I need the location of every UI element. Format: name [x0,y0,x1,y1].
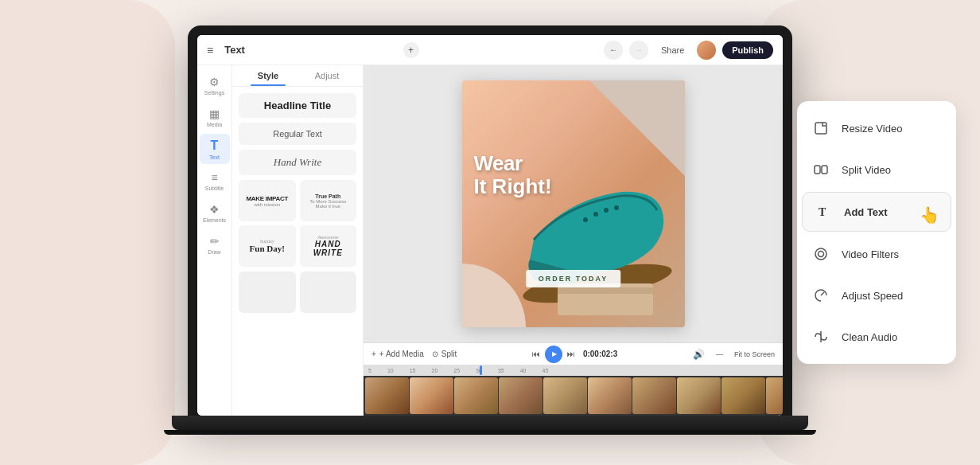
sidebar-item-settings[interactable]: ⚙ Settings [200,70,230,100]
film-frame-7[interactable] [632,377,676,414]
svg-point-3 [604,208,609,213]
skip-forward-icon[interactable]: ⏭ [567,350,575,358]
menu-icon[interactable]: ≡ [207,44,213,57]
film-frame-3[interactable] [454,377,498,414]
media-label: Media [207,122,222,127]
elements-label: Elements [203,217,226,223]
canvas-wear-text: Wear [474,152,552,175]
video-filters-icon [810,243,832,265]
back-button[interactable]: ← [604,41,623,60]
context-add-text[interactable]: T Add Text 👆 [802,192,951,232]
header-title: Text [224,44,396,56]
film-frame-1[interactable] [365,377,409,414]
add-button[interactable]: + [403,42,419,58]
text-card-hand-write[interactable]: Awesome HAND WRITE [300,225,357,267]
text-style-handwrite[interactable]: Hand Write [239,150,356,175]
app-main: ⚙ Settings ▦ Media T Text ≡ Subtitle [197,65,783,416]
svg-text:T: T [819,206,826,218]
svg-rect-9 [822,166,827,174]
film-frame-5[interactable] [543,377,587,414]
adjust-speed-label: Adjust Speed [842,290,903,302]
media-icon: ▦ [209,107,220,120]
playhead [480,365,482,375]
context-menu: Resize Video Split Video T Add Text 👆 Vi… [797,101,956,364]
laptop-screen: ≡ Text + ← → Share Publish ⚙ [188,25,792,416]
svg-rect-6 [558,287,653,294]
text-style-regular[interactable]: Regular Text [239,123,356,145]
resize-video-icon [810,117,832,139]
text-card-fun-day[interactable]: Sunday Fun Day! [239,225,296,267]
app-screen: ≡ Text + ← → Share Publish ⚙ [197,35,783,416]
svg-point-1 [583,217,588,222]
context-video-filters[interactable]: Video Filters [797,233,956,275]
cursor-icon: 👆 [920,205,939,225]
svg-rect-7 [815,123,826,134]
text-style-headline[interactable]: Headline Title [239,93,356,118]
laptop-base-foot [164,430,816,435]
canvas-text-overlay: Wear It Right! [474,152,552,197]
svg-point-12 [819,252,824,257]
share-button[interactable]: Share [655,42,690,58]
split-video-label: Split Video [842,164,891,176]
text-panel: Style Adjust Headline Title Regular Text… [232,65,364,416]
text-card-make-impact[interactable]: MAKE IMPACT with mission [239,180,296,221]
sidebar-item-text[interactable]: T Text [200,134,230,164]
app-header: ≡ Text + ← → Share Publish [197,35,783,65]
timeline-ruler: 5 10 15 20 25 30 35 40 45 [364,365,783,376]
publish-button[interactable]: Publish [722,41,773,59]
split-label: Split [441,350,457,358]
sidebar-item-media[interactable]: ▦ Media [200,102,230,132]
context-resize-video[interactable]: Resize Video [797,107,956,149]
film-frame-2[interactable] [410,377,453,414]
volume-icon[interactable]: 🔊 [693,349,705,360]
film-frame-4[interactable] [499,377,542,414]
text-card-empty-2[interactable] [300,272,357,313]
canvas-cta-text: ORDER TODAY [526,270,621,287]
film-frame-8[interactable] [677,377,721,414]
laptop-wrapper: ≡ Text + ← → Share Publish ⚙ [188,25,792,440]
film-frame-9[interactable] [721,377,765,414]
sidebar-item-elements[interactable]: ❖ Elements [200,197,230,228]
forward-button[interactable]: → [629,41,648,60]
svg-point-11 [815,248,826,260]
resize-video-label: Resize Video [842,123,902,135]
split-icon: ⊙ [432,350,438,358]
shoe-illustration [462,80,685,327]
draw-label: Draw [208,249,220,255]
fit-to-screen-button[interactable]: Fit to Screen [734,350,775,358]
film-frame-10[interactable] [766,377,783,414]
context-adjust-speed[interactable]: Adjust Speed [797,275,956,316]
film-frame-6[interactable] [588,377,632,414]
canvas-viewport[interactable]: Wear It Right! ORDER TODAY [364,65,783,342]
canvas-area: Wear It Right! ORDER TODAY + + Add Media [364,65,783,416]
clean-audio-icon [810,326,832,348]
adjust-speed-icon [810,284,832,307]
skip-back-icon[interactable]: ⏮ [532,350,540,358]
tab-style[interactable]: Style [239,65,298,86]
canvas-itright-text: It Right! [474,175,552,198]
plus-icon: + [371,350,376,358]
bg-shape-left [0,0,175,465]
split-button[interactable]: ⊙ Split [432,350,457,358]
sidebar-item-draw[interactable]: ✏ Draw [200,229,230,260]
text-card-true-path[interactable]: True Path To More Success Make it true [300,180,357,221]
context-clean-audio[interactable]: Clean Audio [797,316,956,358]
sidebar-item-subtitle[interactable]: ≡ Subtitle [200,166,230,196]
back-icon: ← [609,45,617,54]
settings-label: Settings [204,90,224,96]
play-button[interactable]: ▶ [545,346,562,363]
canvas-frame: Wear It Right! ORDER TODAY [462,80,685,327]
svg-point-4 [614,205,619,210]
context-split-video[interactable]: Split Video [797,149,956,190]
text-card-empty-1[interactable] [239,272,296,313]
svg-rect-8 [815,166,820,174]
video-filters-label: Video Filters [842,248,899,260]
text-icon: T [211,139,219,153]
laptop-base [172,416,808,430]
text-grid-empty [239,272,356,313]
subtitle-icon: ≡ [211,171,217,184]
timeline-time: 0:00:02:3 [583,350,617,358]
tab-adjust[interactable]: Adjust [298,65,356,86]
add-media-button[interactable]: + + Add Media [371,350,424,358]
play-icon: ▶ [552,350,557,358]
